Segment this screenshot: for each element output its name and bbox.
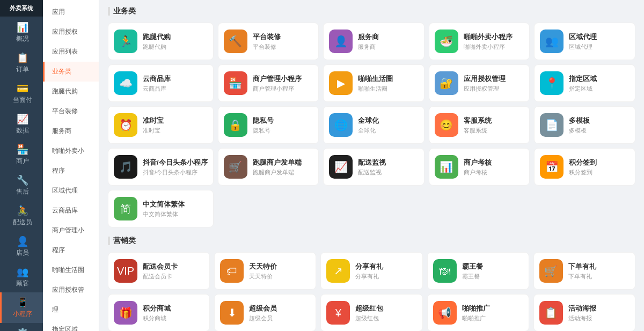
app-card-name: 啪啪外卖小程序 [464, 32, 524, 42]
sub-sidebar-item-program2[interactable]: 程序 [43, 240, 99, 260]
app-card-抖音/今日头条小程序[interactable]: 🎵抖音/今日头条小程序抖音/今日头条小程序 [108, 148, 214, 186]
main-content: 业务类 🏃跑腿代购跑腿代购🔨平台装修平台装修👤服务商服务商🍜啪啪外卖小程序啪啪外… [99, 0, 644, 331]
app-card-积分商城[interactable]: 🎁积分商城积分商城 [108, 294, 210, 331]
sub-sidebar-item-zone[interactable]: 指定区域 [43, 320, 99, 331]
sub-sidebar-item-decor[interactable]: 平台装修 [43, 101, 99, 121]
app-card-info: 抖音/今日头条小程序抖音/今日头条小程序 [143, 158, 208, 176]
sub-sidebar-item-cloud[interactable]: 云商品库 [43, 201, 99, 220]
app-card-配送会员卡[interactable]: VIP配送会员卡配送会员卡 [108, 252, 210, 290]
app-card-icon: VIP [114, 259, 137, 283]
app-card-全球化[interactable]: 🌐全球化全球化 [323, 106, 425, 144]
app-card-商户管理小程序[interactable]: 🏪商户管理小程序商户管理小程序 [218, 64, 319, 102]
sub-sidebar-item-errand[interactable]: 跑腿代购 [43, 82, 99, 101]
app-card-desc: 积分商城 [143, 314, 204, 322]
app-card-指定区域[interactable]: 📍指定区域指定区域 [534, 64, 635, 102]
sub-sidebar-item-authmgt[interactable]: 应用授权管 [43, 280, 99, 300]
app-card-分享有礼[interactable]: ↗分享有礼分享有礼 [320, 252, 422, 290]
app-card-icon: ⏰ [114, 113, 137, 137]
sidebar-item-pay[interactable]: 💳 当面付 [0, 78, 43, 109]
sub-sidebar-item-papa[interactable]: 啪啪外卖小 [43, 141, 99, 161]
sub-sidebar-item-program[interactable]: 程序 [43, 161, 99, 181]
app-card-desc: 多模板 [569, 127, 630, 135]
app-card-天天特价[interactable]: 🏷天天特价天天特价 [214, 252, 316, 290]
pay-icon: 💳 [17, 83, 28, 94]
sub-sidebar-item-region[interactable]: 区域代理 [43, 181, 99, 201]
app-card-中文简体繁体[interactable]: 简中文简体繁体中文简体繁体 [108, 190, 214, 227]
app-card-desc: 商户管理小程序 [253, 85, 313, 93]
app-card-name: 啪啪推广 [462, 304, 523, 313]
app-card-desc: 下单有礼 [568, 273, 630, 281]
sub-sidebar-item-app[interactable]: 应用 [43, 2, 99, 22]
sidebar-item-aftersale[interactable]: 🔧 售后 [0, 170, 43, 201]
app-card-积分签到[interactable]: 📅积分签到积分签到 [534, 148, 635, 186]
app-card-客服系统[interactable]: 😊客服系统客服系统 [429, 106, 530, 144]
app-card-name: 分享有礼 [355, 262, 416, 271]
app-card-desc: 霸王餐 [462, 273, 523, 281]
app-card-desc: 跑腿商户发单端 [253, 168, 313, 176]
app-card-icon: ¥ [326, 301, 350, 325]
app-card-info: 跑腿代购跑腿代购 [143, 32, 208, 51]
sidebar-item-app[interactable]: ⚙️ 应用 [0, 323, 43, 331]
app-card-name: 配送监视 [358, 158, 419, 167]
app-card-icon: 📊 [435, 155, 458, 179]
sub-sidebar-item-service[interactable]: 服务商 [43, 121, 99, 141]
app-card-商户考核[interactable]: 📊商户考核商户考核 [429, 148, 530, 186]
app-icon: ⚙️ [17, 327, 28, 331]
app-card-info: 超级红包超级红包 [355, 304, 416, 322]
app-card-服务商[interactable]: 👤服务商服务商 [323, 23, 425, 60]
app-card-跑腿代购[interactable]: 🏃跑腿代购跑腿代购 [108, 23, 214, 60]
main-sidebar: 外卖系统 📊 概况 📋 订单 💳 当面付 📈 数据 🏪 商户 🔧 售后 🚴 配送… [0, 0, 43, 331]
app-card-icon: 🍽 [433, 259, 457, 283]
app-card-desc: 跑腿代购 [143, 43, 208, 51]
app-card-跑腿商户发单端[interactable]: 🛒跑腿商户发单端跑腿商户发单端 [218, 148, 319, 186]
sidebar-item-merchant[interactable]: 🏪 商户 [0, 139, 43, 170]
app-card-info: 配送监视配送监视 [358, 158, 419, 176]
app-card-云商品库[interactable]: ☁️云商品库云商品库 [108, 64, 214, 102]
app-card-啪啪推广[interactable]: 📢啪啪推广啪啪推广 [427, 294, 529, 331]
app-card-name: 下单有礼 [568, 262, 630, 271]
sidebar-item-customer[interactable]: 👥 顾客 [0, 262, 43, 292]
app-card-info: 全球化全球化 [358, 116, 419, 135]
app-card-超级会员[interactable]: ⬇超级会员超级会员 [214, 294, 316, 331]
sidebar-item-data[interactable]: 📈 数据 [0, 109, 43, 139]
app-card-icon: 🎵 [114, 155, 137, 179]
app-card-区域代理[interactable]: 👥区域代理区域代理 [534, 23, 635, 60]
app-card-下单有礼[interactable]: 🛒下单有礼下单有礼 [533, 252, 635, 290]
app-card-配送监视[interactable]: 📈配送监视配送监视 [323, 148, 425, 186]
sidebar-item-staff[interactable]: 👤 店员 [0, 231, 43, 262]
app-card-desc: 全球化 [358, 127, 419, 135]
app-card-desc: 天天特价 [249, 273, 310, 281]
app-card-平台装修[interactable]: 🔨平台装修平台装修 [218, 23, 319, 60]
app-card-啪啪生活圈[interactable]: ▶啪啪生活圈啪啪生活圈 [323, 64, 425, 102]
app-card-icon: 📅 [540, 155, 564, 179]
app-card-隐私号[interactable]: 🔒隐私号隐私号 [218, 106, 319, 144]
sidebar-item-order[interactable]: 📋 订单 [0, 48, 43, 78]
app-card-name: 商户管理小程序 [253, 74, 313, 84]
app-card-icon: 🔨 [224, 30, 247, 53]
sub-sidebar-item-list[interactable]: 应用列表 [43, 42, 99, 62]
app-card-desc: 应用授权管理 [464, 85, 524, 93]
sidebar-item-overview[interactable]: 📊 概况 [0, 17, 43, 48]
app-card-name: 积分商城 [143, 304, 204, 313]
app-card-超级红包[interactable]: ¥超级红包超级红包 [320, 294, 422, 331]
sidebar-item-delivery[interactable]: 🚴 配送员 [0, 201, 43, 231]
app-card-多模板[interactable]: 📄多模板多模板 [534, 106, 635, 144]
sidebar-item-miniapp[interactable]: 📱 小程序 [0, 292, 43, 323]
sub-sidebar-item-business[interactable]: 业务类 [43, 62, 99, 82]
app-card-icon: ↗ [326, 259, 350, 283]
sub-sidebar-item-life[interactable]: 啪啪生活圈 [43, 260, 99, 280]
app-card-desc: 抖音/今日头条小程序 [143, 168, 208, 176]
app-card-应用授权管理[interactable]: 🔐应用授权管理应用授权管理 [429, 64, 530, 102]
sub-sidebar-item-mgtmini[interactable]: 商户管理小 [43, 220, 99, 240]
sub-sidebar-item-li[interactable]: 理 [43, 300, 99, 320]
sub-sidebar-item-auth[interactable]: 应用授权 [43, 22, 99, 42]
app-card-name: 服务商 [358, 32, 419, 42]
app-card-desc: 超级红包 [355, 314, 416, 322]
app-card-啪啪外卖小程序[interactable]: 🍜啪啪外卖小程序啪啪外卖小程序 [429, 23, 530, 60]
app-card-准时宝[interactable]: ⏰准时宝准时宝 [108, 106, 214, 144]
app-card-活动海报[interactable]: 📋活动海报活动海报 [533, 294, 635, 331]
app-card-霸王餐[interactable]: 🍽霸王餐霸王餐 [427, 252, 529, 290]
app-card-desc: 区域代理 [569, 43, 630, 51]
miniapp-icon: 📱 [17, 297, 28, 308]
app-card-icon: 📍 [540, 71, 564, 95]
